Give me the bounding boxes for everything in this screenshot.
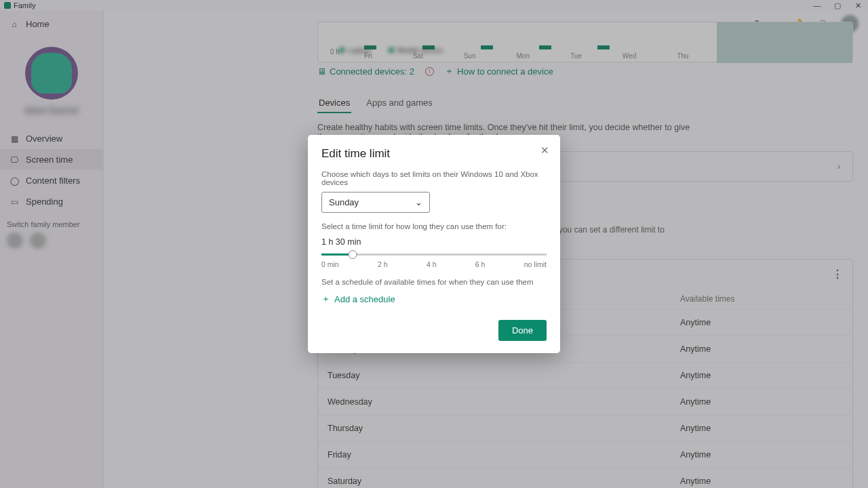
slider-thumb[interactable]	[349, 250, 357, 259]
select-limit-label: Select a time limit for how long they ca…	[321, 213, 547, 230]
choose-days-label: Choose which days to set limits on their…	[321, 161, 547, 186]
day-select[interactable]: Sunday ⌄	[321, 192, 430, 213]
schedule-label: Set a schedule of available times for wh…	[321, 268, 547, 286]
add-schedule-link[interactable]: ＋ Add a schedule	[321, 286, 547, 305]
modal-overlay: Edit time limit ✕ Choose which days to s…	[0, 0, 868, 488]
plus-icon: ＋	[321, 293, 330, 305]
add-schedule-label: Add a schedule	[334, 294, 395, 304]
time-limit-slider[interactable]: 0 min 2 h 4 h 6 h no limit	[321, 247, 547, 268]
slider-value: 1 h 30 min	[321, 230, 547, 247]
select-value: Sunday	[329, 197, 359, 207]
modal-title: Edit time limit	[321, 147, 547, 161]
close-icon[interactable]: ✕	[540, 144, 549, 157]
done-button[interactable]: Done	[498, 320, 547, 341]
edit-time-limit-modal: Edit time limit ✕ Choose which days to s…	[308, 135, 560, 353]
chevron-down-icon: ⌄	[415, 197, 422, 207]
